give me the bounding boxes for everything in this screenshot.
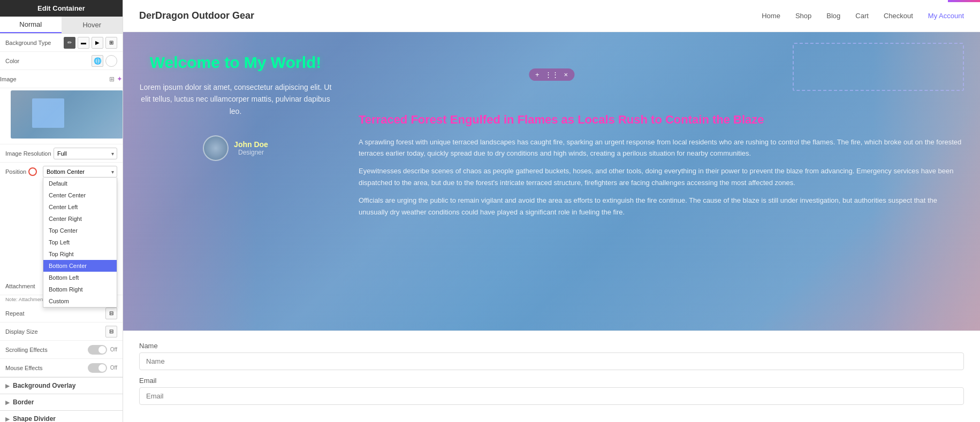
form-email-group: Email: [139, 377, 964, 405]
image-row: Image ⊞ ✦: [0, 70, 123, 88]
position-option-bottom-center[interactable]: Bottom Center: [43, 260, 117, 272]
scrolling-effects-row: Scrolling Effects Off: [0, 341, 123, 359]
color-label: Color: [5, 58, 54, 64]
color-global-btn[interactable]: 🌐: [92, 55, 103, 67]
tab-normal[interactable]: Normal: [0, 17, 62, 33]
repeat-label: Repeat: [5, 310, 54, 317]
repeat-btn[interactable]: ⊟: [105, 308, 117, 319]
position-label: Position: [5, 167, 43, 176]
form-email-input[interactable]: [139, 387, 964, 405]
nav-home[interactable]: Home: [762, 12, 780, 20]
form-name-input[interactable]: [139, 352, 964, 370]
widget-move-btn[interactable]: ⋮⋮: [545, 71, 559, 79]
image-preview[interactable]: [11, 90, 123, 139]
mouse-effects-toggle[interactable]: [88, 363, 107, 373]
bg-type-slideshow-btn[interactable]: ⊞: [105, 37, 117, 49]
hero-left: Welcome to My World! Lorem ipsum dolor s…: [123, 32, 348, 331]
position-option-top-right[interactable]: Top Right: [43, 248, 117, 260]
form-section: Name Email: [123, 331, 980, 422]
position-dropdown[interactable]: Default Center Center Center Left Center…: [43, 178, 117, 308]
tab-row: Normal Hover: [0, 17, 123, 34]
repeat-controls: ⊟: [105, 308, 117, 319]
shape-divider-label: Shape Divider: [13, 415, 56, 422]
position-option-custom[interactable]: Custom: [43, 295, 117, 307]
widget-toolbar: + ⋮⋮ ×: [529, 68, 574, 81]
placeholder-box: [793, 43, 964, 91]
hero-subtitle: Lorem ipsum dolor sit amet, consectetur …: [139, 81, 332, 117]
mouse-effects-row: Mouse Effects Off: [0, 359, 123, 377]
background-type-label: Background Type: [5, 40, 54, 46]
position-option-center-center[interactable]: Center Center: [43, 189, 117, 201]
position-option-default[interactable]: Default: [43, 178, 117, 189]
nav-blog[interactable]: Blog: [826, 12, 840, 20]
hero-title: Welcome to My World!: [150, 53, 322, 72]
border-label: Border: [13, 398, 34, 406]
author-role: Designer: [234, 149, 268, 156]
nav-shop[interactable]: Shop: [795, 12, 811, 20]
position-indicator: [28, 167, 37, 176]
form-name-group: Name: [139, 342, 964, 370]
position-option-bottom-left[interactable]: Bottom Left: [43, 272, 117, 283]
scrolling-effects-value: Off: [110, 347, 117, 352]
border-section[interactable]: ▶ Border: [0, 394, 123, 410]
author-info: John Doe Designer: [234, 140, 268, 156]
image-link-icon: ⊞: [109, 75, 115, 83]
image-label: Image: [0, 76, 48, 82]
article-para-2: Eyewitnesses describe scenes of chaos as…: [359, 165, 964, 188]
position-option-top-left[interactable]: Top Left: [43, 236, 117, 248]
mouse-effects-label: Mouse Effects: [5, 365, 54, 371]
image-preview-row: [0, 88, 123, 144]
border-arrow: ▶: [5, 400, 10, 405]
mouse-effects-value: Off: [110, 365, 117, 371]
color-controls: 🌐: [92, 55, 117, 67]
scrolling-effects-label: Scrolling Effects: [5, 347, 54, 353]
color-swatch[interactable]: [105, 55, 117, 67]
image-resolution-row: Image Resolution Default Thumbnail Mediu…: [0, 144, 123, 163]
site-nav: DerDragon Outdoor Gear Home Shop Blog Ca…: [123, 0, 980, 32]
image-dynamic-btn[interactable]: ✦: [117, 75, 123, 83]
image-resolution-select[interactable]: Default Thumbnail Medium Large Full: [54, 148, 117, 159]
background-type-row: Background Type ✏ ▬ ▶ ⊞: [0, 34, 123, 52]
position-option-center-right[interactable]: Center Right: [43, 213, 117, 225]
article-title: Terraced Forest Engulfed in Flames as Lo…: [359, 112, 964, 128]
shape-divider-section[interactable]: ▶ Shape Divider: [0, 410, 123, 422]
bg-type-classic-btn[interactable]: ✏: [64, 37, 75, 49]
display-size-label: Display Size: [5, 328, 54, 335]
nav-cart[interactable]: Cart: [855, 12, 869, 20]
form-name-label: Name: [139, 342, 964, 350]
image-preview-overlay: [11, 90, 123, 139]
position-select-wrap[interactable]: Default Center Center Center Left Center…: [43, 166, 117, 178]
nav-links: Home Shop Blog Cart Checkout My Account: [762, 12, 964, 20]
main-content: DerDragon Outdoor Gear Home Shop Blog Ca…: [123, 0, 980, 422]
bg-type-video-btn[interactable]: ▶: [92, 37, 103, 49]
image-resolution-label: Image Resolution: [5, 150, 54, 157]
author-name: John Doe: [234, 140, 268, 149]
widget-close-btn[interactable]: ×: [564, 71, 568, 79]
site-logo: DerDragon Outdoor Gear: [139, 10, 254, 21]
nav-checkout[interactable]: Checkout: [884, 12, 913, 20]
left-panel: Edit Container Normal Hover Background T…: [0, 0, 123, 422]
display-size-btn[interactable]: ⊟: [105, 326, 117, 337]
shape-divider-arrow: ▶: [5, 416, 10, 422]
position-option-center-left[interactable]: Center Left: [43, 201, 117, 213]
scrolling-effects-toggle-wrap: Off: [88, 345, 117, 355]
form-email-label: Email: [139, 377, 964, 385]
position-select[interactable]: Default Center Center Center Left Center…: [43, 166, 117, 178]
article-para-3: Officials are urging the public to remai…: [359, 195, 964, 218]
display-size-controls: ⊟: [105, 326, 117, 337]
background-overlay-arrow: ▶: [5, 383, 10, 389]
tab-hover[interactable]: Hover: [62, 17, 123, 33]
author-info-wrap: John Doe Designer: [203, 135, 268, 161]
widget-add-btn[interactable]: +: [535, 71, 540, 79]
mouse-effects-toggle-wrap: Off: [88, 363, 117, 373]
position-option-bottom-right[interactable]: Bottom Right: [43, 283, 117, 295]
article-para-1: A sprawling forest with unique terraced …: [359, 136, 964, 159]
background-type-controls: ✏ ▬ ▶ ⊞: [64, 37, 117, 49]
position-option-top-center[interactable]: Top Center: [43, 225, 117, 236]
position-row: Position Default Center Center Center Le…: [0, 163, 123, 181]
bg-type-gradient-btn[interactable]: ▬: [78, 37, 89, 49]
scrolling-effects-toggle[interactable]: [88, 345, 107, 355]
background-overlay-section[interactable]: ▶ Background Overlay: [0, 377, 123, 394]
nav-my-account[interactable]: My Account: [928, 12, 964, 20]
image-controls: ⊞ ✦: [109, 75, 123, 83]
